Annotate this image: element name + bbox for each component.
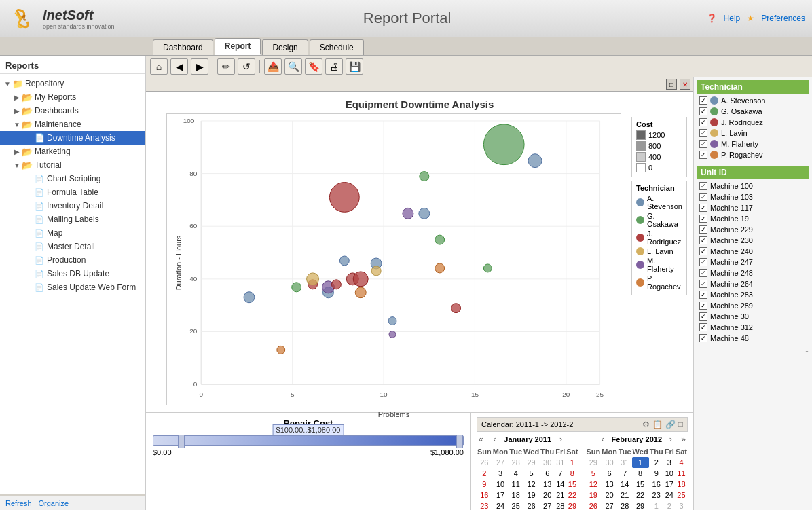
feb-next[interactable]: › bbox=[667, 435, 674, 444]
filter-machine-264[interactable]: Machine 264 bbox=[697, 278, 809, 289]
filter-machine-229[interactable]: Machine 229 bbox=[697, 224, 809, 235]
sidebar-item-sales-update-web-form[interactable]: 📄 Sales Update Web Form bbox=[0, 280, 145, 294]
checkbox-rogachev[interactable] bbox=[699, 151, 707, 159]
jan-day-24[interactable]: 24 bbox=[492, 500, 509, 510]
sidebar-item-mailing-labels[interactable]: 📄 Mailing Labels bbox=[0, 213, 145, 226]
jan-day-17[interactable]: 17 bbox=[492, 490, 509, 500]
jan-day-26[interactable]: 26 bbox=[523, 500, 540, 510]
jan-day-7[interactable]: 7 bbox=[555, 468, 566, 479]
jan-day-19[interactable]: 19 bbox=[523, 490, 540, 500]
tab-schedule[interactable]: Schedule bbox=[310, 39, 364, 55]
jan-day-prev-26[interactable]: 26 bbox=[477, 457, 492, 468]
jan-day-prev-31[interactable]: 31 bbox=[555, 457, 566, 468]
checkbox-machine-289[interactable] bbox=[699, 302, 707, 310]
slider-handle-left[interactable] bbox=[178, 435, 185, 448]
calendar-copy-icon[interactable]: 📋 bbox=[652, 420, 663, 429]
feb-day-8[interactable]: 8 bbox=[632, 468, 649, 479]
jan-day-28[interactable]: 28 bbox=[555, 500, 566, 510]
toolbar-export-button[interactable]: 📤 bbox=[264, 58, 282, 75]
jan-day-20[interactable]: 20 bbox=[540, 490, 555, 500]
jan-day-5[interactable]: 5 bbox=[523, 468, 540, 479]
jan-day-29[interactable]: 29 bbox=[566, 500, 578, 510]
jan-day-6[interactable]: 6 bbox=[540, 468, 555, 479]
jan-day-11[interactable]: 11 bbox=[509, 479, 523, 490]
checkbox-machine-247[interactable] bbox=[699, 258, 707, 266]
feb-day-6[interactable]: 6 bbox=[601, 468, 618, 479]
jan-day-prev-28[interactable]: 28 bbox=[509, 457, 523, 468]
tree-toggle-maintenance[interactable]: ▼ bbox=[12, 120, 22, 129]
jan-day-12[interactable]: 12 bbox=[523, 479, 540, 490]
jan-day-9[interactable]: 9 bbox=[477, 479, 492, 490]
filter-rodriguez[interactable]: J. Rodriguez bbox=[697, 117, 809, 128]
checkbox-machine-283[interactable] bbox=[699, 291, 707, 299]
checkbox-machine-248[interactable] bbox=[699, 269, 707, 277]
feb-day-9[interactable]: 9 bbox=[649, 468, 664, 479]
checkbox-machine-264[interactable] bbox=[699, 280, 707, 288]
filter-machine-289[interactable]: Machine 289 bbox=[697, 300, 809, 311]
feb-day-12[interactable]: 12 bbox=[585, 479, 601, 490]
checkbox-machine-229[interactable] bbox=[699, 225, 707, 234]
checkbox-machine-19[interactable] bbox=[699, 215, 707, 223]
tab-design[interactable]: Design bbox=[262, 39, 308, 55]
feb-next-3[interactable]: 3 bbox=[675, 500, 688, 510]
feb-day-7[interactable]: 7 bbox=[618, 468, 632, 479]
jan-day-21[interactable]: 21 bbox=[555, 490, 566, 500]
jan-day-prev-29[interactable]: 29 bbox=[523, 457, 540, 468]
checkbox-machine-312[interactable] bbox=[699, 323, 707, 331]
toolbar-home-button[interactable]: ⌂ bbox=[150, 58, 168, 75]
feb-day-28[interactable]: 28 bbox=[618, 500, 632, 510]
checkbox-osakawa[interactable] bbox=[699, 107, 707, 115]
checkbox-machine-48[interactable] bbox=[699, 334, 707, 342]
filter-stevenson[interactable]: A. Stevenson bbox=[697, 95, 809, 106]
tree-toggle-my-reports[interactable]: ▶ bbox=[12, 92, 22, 102]
feb-day-16[interactable]: 16 bbox=[649, 479, 664, 490]
checkbox-machine-240[interactable] bbox=[699, 247, 707, 255]
sidebar-item-production[interactable]: 📄 Production bbox=[0, 253, 145, 267]
filter-machine-19[interactable]: Machine 19 bbox=[697, 213, 809, 224]
feb-day-29[interactable]: 29 bbox=[632, 500, 649, 510]
sidebar-item-downtime-analysis[interactable]: 📄 Downtime Analysis bbox=[0, 131, 145, 145]
jan-day-15[interactable]: 15 bbox=[566, 479, 578, 490]
jan-prev-prev[interactable]: « bbox=[477, 435, 485, 444]
toolbar-back-button[interactable]: ◀ bbox=[170, 58, 188, 75]
checkbox-machine-117[interactable] bbox=[699, 204, 707, 212]
feb-day-27[interactable]: 27 bbox=[601, 500, 618, 510]
jan-day-25[interactable]: 25 bbox=[509, 500, 523, 510]
filter-machine-283[interactable]: Machine 283 bbox=[697, 289, 809, 300]
filter-machine-248[interactable]: Machine 248 bbox=[697, 268, 809, 278]
feb-prev-29[interactable]: 29 bbox=[585, 457, 601, 468]
feb-day-5[interactable]: 5 bbox=[585, 468, 601, 479]
jan-day-22[interactable]: 22 bbox=[566, 490, 578, 500]
feb-day-13[interactable]: 13 bbox=[601, 479, 618, 490]
calendar-link-icon[interactable]: 🔗 bbox=[665, 420, 676, 429]
feb-day-22[interactable]: 22 bbox=[632, 490, 649, 500]
organize-link[interactable]: Organize bbox=[39, 499, 69, 507]
feb-day-2[interactable]: 2 bbox=[649, 457, 664, 468]
refresh-link[interactable]: Refresh bbox=[5, 499, 32, 507]
filter-flaherty[interactable]: M. Flaherty bbox=[697, 139, 809, 149]
checkbox-stevenson[interactable] bbox=[699, 96, 707, 105]
sidebar-item-tutorial[interactable]: ▼ 📂 Tutorial bbox=[0, 158, 145, 172]
sidebar-item-master-detail[interactable]: 📄 Master Detail bbox=[0, 240, 145, 253]
toolbar-bookmark-button[interactable]: 🔖 bbox=[305, 58, 322, 75]
jan-prev[interactable]: ‹ bbox=[491, 435, 498, 444]
filter-rogachev[interactable]: P. Rogachev bbox=[697, 149, 809, 160]
feb-day-25[interactable]: 25 bbox=[675, 490, 688, 500]
feb-day-4[interactable]: 4 bbox=[675, 457, 688, 468]
jan-next[interactable]: › bbox=[557, 435, 564, 444]
checkbox-rodriguez[interactable] bbox=[699, 118, 707, 126]
toolbar-filter-button[interactable]: 🔍 bbox=[284, 58, 302, 75]
panel-minimize-button[interactable]: □ bbox=[666, 79, 677, 90]
sidebar-item-dashboards[interactable]: ▶ 📂 Dashboards bbox=[0, 104, 145, 117]
checkbox-machine-230[interactable] bbox=[699, 236, 707, 244]
sidebar-item-marketing[interactable]: ▶ 📂 Marketing bbox=[0, 145, 145, 158]
jan-day-23[interactable]: 23 bbox=[477, 500, 492, 510]
checkbox-machine-103[interactable] bbox=[699, 193, 707, 201]
feb-day-24[interactable]: 24 bbox=[664, 490, 675, 500]
feb-day-21[interactable]: 21 bbox=[618, 490, 632, 500]
feb-day-1[interactable]: 1 bbox=[632, 457, 649, 468]
feb-day-15[interactable]: 15 bbox=[632, 479, 649, 490]
unit-id-scroll-down[interactable]: ↓ bbox=[697, 344, 809, 354]
jan-day-prev-30[interactable]: 30 bbox=[540, 457, 555, 468]
slider-track[interactable] bbox=[153, 435, 464, 446]
